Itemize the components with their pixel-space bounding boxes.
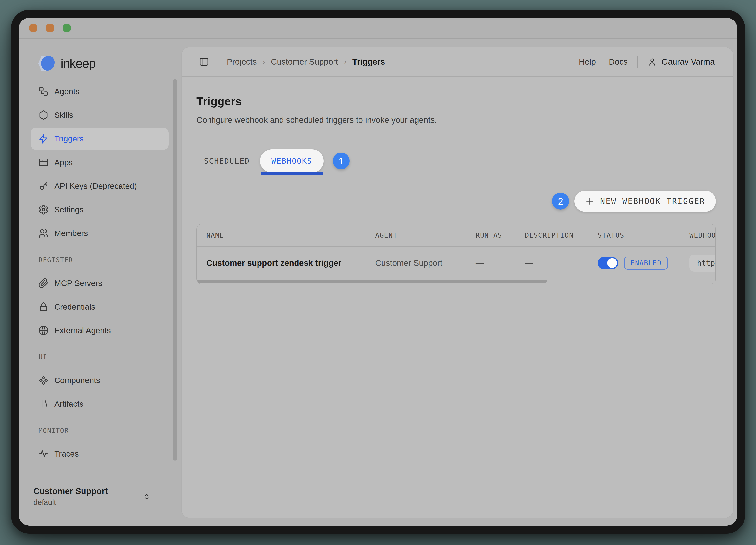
sidebar-item-members[interactable]: Members bbox=[31, 222, 169, 244]
tab-scheduled[interactable]: SCHEDULED bbox=[204, 157, 250, 165]
trigger-description: — bbox=[525, 258, 598, 268]
user-icon bbox=[648, 57, 657, 66]
toolbar: 2 NEW WEBHOOK TRIGGER bbox=[196, 190, 716, 212]
sidebar-item-mcp-servers[interactable]: MCP Servers bbox=[31, 272, 169, 294]
library-icon bbox=[38, 399, 49, 409]
trigger-webhook-cell: https bbox=[689, 254, 716, 271]
sidebar-register-group: MCP Servers Credentials External Agents bbox=[31, 272, 169, 342]
tab-bar: SCHEDULED WEBHOOKS 1 bbox=[196, 147, 716, 175]
sidebar-item-components[interactable]: Components bbox=[31, 369, 169, 391]
sidebar-item-skills[interactable]: Skills bbox=[31, 104, 169, 126]
toggle-knob bbox=[607, 258, 617, 268]
inkeep-wordmark: inkeep bbox=[61, 56, 95, 71]
horizontal-scrollbar[interactable] bbox=[197, 280, 547, 283]
sidebar-item-triggers[interactable]: Triggers bbox=[31, 128, 169, 150]
status-toggle[interactable] bbox=[598, 257, 618, 269]
gear-icon bbox=[38, 204, 49, 215]
inkeep-logo: inkeep bbox=[33, 53, 169, 74]
chevron-right-icon: › bbox=[344, 58, 347, 66]
globe-icon bbox=[38, 325, 49, 336]
components-icon bbox=[38, 375, 49, 386]
app-window-icon bbox=[38, 157, 49, 168]
sidebar-item-label: Artifacts bbox=[54, 399, 83, 409]
desktop-background: inkeep Agents Skills Trig bbox=[0, 0, 756, 545]
user-menu[interactable]: Gaurav Varma bbox=[648, 57, 715, 67]
plus-icon bbox=[585, 196, 595, 206]
column-agent: AGENT bbox=[375, 231, 476, 239]
hexagon-icon bbox=[38, 110, 49, 120]
sidebar-item-label: Credentials bbox=[54, 302, 95, 312]
sidebar-section-register: REGISTER bbox=[39, 256, 169, 264]
sidebar-item-label: Agents bbox=[54, 87, 80, 96]
workflow-icon bbox=[38, 86, 49, 97]
tab-webhooks-wrap: WEBHOOKS bbox=[260, 147, 324, 175]
breadcrumb-projects[interactable]: Projects bbox=[227, 57, 257, 67]
project-environment: default bbox=[33, 498, 150, 507]
column-webhook: WEBHOO bbox=[689, 231, 716, 239]
sidebar-scrollbar[interactable] bbox=[173, 79, 177, 461]
window-titlebar bbox=[19, 18, 737, 39]
trigger-status-cell: ENABLED bbox=[598, 256, 689, 269]
sidebar-item-external-agents[interactable]: External Agents bbox=[31, 320, 169, 342]
page-content: Triggers Configure webhook and scheduled… bbox=[182, 77, 733, 518]
sidebar-item-credentials[interactable]: Credentials bbox=[31, 296, 169, 318]
sidebar-toggle-button[interactable] bbox=[199, 57, 209, 67]
new-webhook-trigger-label: NEW WEBHOOK TRIGGER bbox=[600, 197, 705, 206]
lock-icon bbox=[38, 302, 49, 312]
triggers-table: NAME AGENT RUN AS DESCRIPTION STATUS WEB… bbox=[196, 223, 716, 284]
window-close-button[interactable] bbox=[29, 24, 37, 32]
sidebar-section-ui: UI bbox=[39, 353, 169, 361]
new-webhook-trigger-button[interactable]: NEW WEBHOOK TRIGGER bbox=[574, 190, 716, 212]
project-name: Customer Support bbox=[33, 486, 150, 496]
window-minimize-button[interactable] bbox=[46, 24, 54, 32]
sidebar-item-settings[interactable]: Settings bbox=[31, 198, 169, 221]
user-name: Gaurav Varma bbox=[661, 57, 715, 67]
sidebar-item-label: Traces bbox=[54, 449, 79, 459]
sidebar-item-label: Triggers bbox=[54, 134, 84, 143]
column-description: DESCRIPTION bbox=[525, 231, 598, 239]
sidebar-ui-group: Components Artifacts bbox=[31, 369, 169, 415]
trigger-run-as: — bbox=[476, 258, 525, 268]
docs-link[interactable]: Docs bbox=[609, 57, 628, 67]
project-switcher[interactable]: Customer Support default bbox=[31, 484, 169, 507]
zap-icon bbox=[38, 133, 49, 144]
annotation-badge-2: 2 bbox=[552, 193, 569, 210]
window-zoom-button[interactable] bbox=[63, 24, 71, 32]
breadcrumb: Projects › Customer Support › Triggers bbox=[227, 57, 385, 67]
header-actions: Help Docs Gaurav Varma bbox=[566, 56, 715, 68]
window-frame: inkeep Agents Skills Trig bbox=[11, 10, 745, 534]
column-run-as: RUN AS bbox=[476, 231, 525, 239]
sidebar: inkeep Agents Skills Trig bbox=[19, 39, 181, 526]
users-icon bbox=[38, 228, 49, 238]
table-header: NAME AGENT RUN AS DESCRIPTION STATUS WEB… bbox=[197, 224, 715, 247]
main-header: Projects › Customer Support › Triggers H… bbox=[182, 47, 733, 77]
chevrons-up-down-icon bbox=[142, 492, 151, 501]
sidebar-item-traces[interactable]: Traces bbox=[31, 443, 169, 465]
sidebar-item-label: Apps bbox=[54, 158, 73, 167]
sidebar-item-label: API Keys (Deprecated) bbox=[54, 181, 137, 191]
header-divider bbox=[218, 56, 218, 68]
sidebar-item-artifacts[interactable]: Artifacts bbox=[31, 393, 169, 415]
tab-webhooks[interactable]: WEBHOOKS bbox=[260, 149, 324, 172]
trigger-name: Customer support zendesk trigger bbox=[206, 258, 375, 268]
chevron-right-icon: › bbox=[263, 58, 265, 66]
breadcrumb-project[interactable]: Customer Support bbox=[271, 57, 338, 67]
annotation-badge-1: 1 bbox=[333, 152, 350, 169]
paperclip-icon bbox=[38, 278, 49, 289]
sidebar-item-api-keys[interactable]: API Keys (Deprecated) bbox=[31, 175, 169, 197]
page-description: Configure webhook and scheduled triggers… bbox=[196, 115, 716, 125]
help-link[interactable]: Help bbox=[579, 57, 596, 67]
column-status: STATUS bbox=[598, 231, 689, 239]
sidebar-item-agents[interactable]: Agents bbox=[31, 80, 169, 102]
inkeep-logo-icon bbox=[33, 54, 57, 73]
sidebar-item-label: Members bbox=[54, 229, 88, 238]
sidebar-item-apps[interactable]: Apps bbox=[31, 151, 169, 173]
sidebar-item-label: Skills bbox=[54, 110, 73, 120]
table-row[interactable]: Customer support zendesk trigger Custome… bbox=[197, 247, 715, 279]
column-name: NAME bbox=[206, 231, 375, 239]
active-tab-indicator bbox=[261, 172, 323, 175]
sidebar-monitor-group: Traces bbox=[31, 443, 169, 465]
sidebar-item-label: Components bbox=[54, 376, 100, 385]
sidebar-nav: Agents Skills Triggers Apps bbox=[31, 80, 169, 244]
status-badge: ENABLED bbox=[624, 256, 668, 269]
